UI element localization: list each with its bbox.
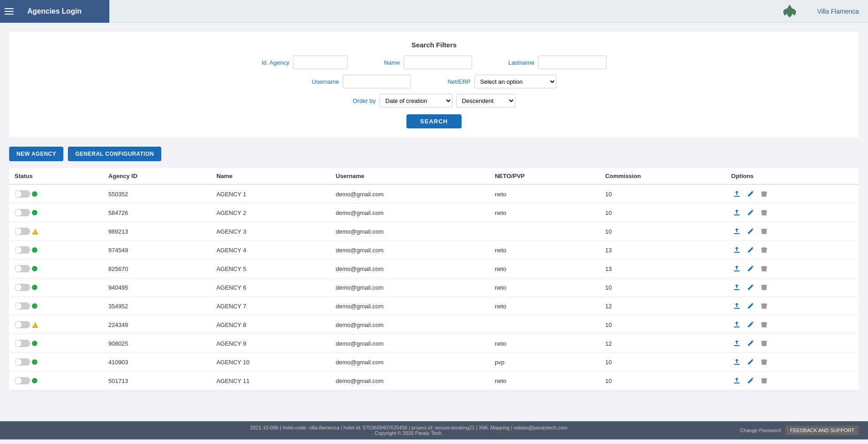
lastname-input[interactable] — [538, 56, 606, 69]
agencies-table: Status Agency ID Name Username NETO/PVP … — [9, 168, 859, 390]
upload-icon[interactable] — [731, 226, 742, 237]
upload-icon[interactable] — [731, 338, 742, 349]
search-button[interactable]: SEARCH — [406, 114, 462, 128]
net-erp-select[interactable]: Select an option Neto PVP — [474, 75, 556, 88]
edit-icon[interactable] — [745, 301, 756, 311]
cell-options — [726, 353, 859, 372]
upload-icon[interactable] — [731, 375, 742, 386]
status-toggle[interactable] — [15, 209, 30, 216]
id-agency-label: Id. Agency — [262, 59, 289, 66]
cell-username: demo@gmail.com — [330, 353, 489, 372]
upload-icon[interactable] — [731, 319, 742, 330]
change-password-link[interactable]: Change Password — [740, 428, 781, 433]
id-agency-group: Id. Agency — [262, 56, 348, 69]
table-row: 940495AGENCY 6demo@gmail.comneto10 — [9, 278, 859, 297]
order-direction-select[interactable]: Descendent Ascendent — [456, 94, 515, 107]
upload-icon[interactable] — [731, 245, 742, 255]
status-toggle-container — [15, 284, 98, 291]
edit-icon[interactable] — [745, 245, 756, 255]
edit-icon[interactable] — [745, 338, 756, 349]
status-toggle[interactable] — [15, 228, 30, 235]
status-toggle[interactable] — [15, 321, 30, 328]
search-filters-section: Search Filters Id. Agency Name Lastname … — [9, 32, 859, 138]
cell-neto-pvp: neto — [489, 278, 600, 297]
upload-icon[interactable] — [731, 263, 742, 274]
delete-icon[interactable] — [759, 338, 770, 349]
footer-info-text: 2021-10-08b | hotel-code: villa-flamenca… — [77, 425, 740, 430]
cell-commission: 13 — [600, 260, 725, 278]
cell-agency-id: 354952 — [103, 297, 211, 316]
table-row: 825670AGENCY 5demo@gmail.comneto13 — [9, 260, 859, 278]
delete-icon[interactable] — [759, 189, 770, 199]
feedback-button[interactable]: FEEDBACK AND SUPPORT — [786, 426, 859, 435]
table-header: Status Agency ID Name Username NETO/PVP … — [9, 168, 859, 184]
delete-icon[interactable] — [759, 207, 770, 218]
general-config-button[interactable]: GENERAL CONFIGURATION — [68, 147, 161, 161]
username-input[interactable] — [343, 75, 411, 88]
edit-icon[interactable] — [745, 357, 756, 367]
cell-options — [726, 334, 859, 353]
cell-agency-id: 908025 — [103, 334, 211, 353]
cell-name: AGENCY 11 — [211, 372, 330, 390]
id-agency-input[interactable] — [293, 56, 348, 69]
cell-username: demo@gmail.com — [330, 372, 489, 390]
status-indicator — [32, 341, 37, 346]
cell-options — [726, 278, 859, 297]
cell-name: AGENCY 8 — [211, 316, 330, 334]
table-row: 224349AGENCY 8demo@gmail.com10 — [9, 316, 859, 334]
delete-icon[interactable] — [759, 319, 770, 330]
cell-agency-id: 825670 — [103, 260, 211, 278]
edit-icon[interactable] — [745, 207, 756, 218]
cell-commission: 10 — [600, 204, 725, 222]
upload-icon[interactable] — [731, 189, 742, 199]
status-toggle[interactable] — [15, 265, 30, 272]
status-toggle[interactable] — [15, 340, 30, 347]
delete-icon[interactable] — [759, 375, 770, 386]
cell-agency-id: 224349 — [103, 316, 211, 334]
status-toggle[interactable] — [15, 377, 30, 384]
cell-name: AGENCY 1 — [211, 184, 330, 204]
new-agency-button[interactable]: NEW AGENCY — [9, 147, 63, 161]
upload-icon[interactable] — [731, 207, 742, 218]
col-neto-pvp: NETO/PVP — [489, 168, 600, 184]
delete-icon[interactable] — [759, 263, 770, 274]
edit-icon[interactable] — [745, 375, 756, 386]
col-name: Name — [211, 168, 330, 184]
cell-commission: 10 — [600, 353, 725, 372]
cell-commission: 10 — [600, 372, 725, 390]
status-toggle[interactable] — [15, 246, 30, 254]
edit-icon[interactable] — [745, 189, 756, 199]
delete-icon[interactable] — [759, 301, 770, 311]
action-icons — [731, 375, 853, 386]
status-toggle[interactable] — [15, 358, 30, 366]
edit-icon[interactable] — [745, 282, 756, 293]
cell-options — [726, 204, 859, 222]
cell-name: AGENCY 5 — [211, 260, 330, 278]
delete-icon[interactable] — [759, 357, 770, 367]
upload-icon[interactable] — [731, 357, 742, 367]
delete-icon[interactable] — [759, 282, 770, 293]
cell-options — [726, 372, 859, 390]
status-indicator — [32, 247, 37, 253]
edit-icon[interactable] — [745, 263, 756, 274]
status-toggle[interactable] — [15, 302, 30, 310]
edit-icon[interactable] — [745, 226, 756, 237]
cell-neto-pvp: neto — [489, 241, 600, 260]
cell-neto-pvp — [489, 316, 600, 334]
page-title: Agencies Login — [27, 7, 82, 15]
delete-icon[interactable] — [759, 226, 770, 237]
upload-icon[interactable] — [731, 301, 742, 311]
status-toggle[interactable] — [15, 190, 30, 198]
upload-icon[interactable] — [731, 282, 742, 293]
cell-options — [726, 184, 859, 204]
status-indicator — [32, 359, 37, 365]
edit-icon[interactable] — [745, 319, 756, 330]
cell-commission: 12 — [600, 334, 725, 353]
menu-button[interactable] — [0, 0, 18, 23]
order-by-select[interactable]: Date of creation Agency ID Name — [380, 94, 452, 107]
cell-agency-id: 501713 — [103, 372, 211, 390]
status-toggle-container — [15, 246, 98, 254]
delete-icon[interactable] — [759, 245, 770, 255]
name-input[interactable] — [404, 56, 472, 69]
status-toggle[interactable] — [15, 284, 30, 291]
